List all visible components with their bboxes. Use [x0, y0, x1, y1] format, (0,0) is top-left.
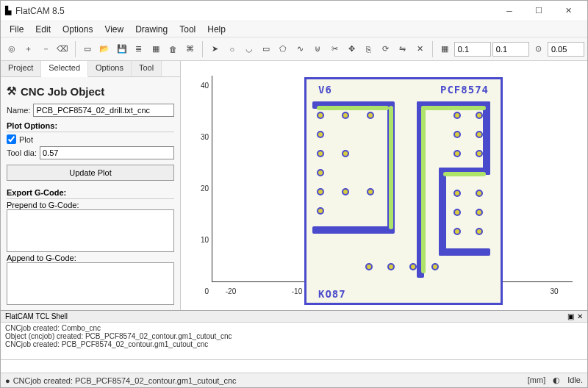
rect-icon[interactable]: ▭: [259, 40, 274, 58]
polygon-icon[interactable]: ⬠: [276, 40, 291, 58]
clear-icon[interactable]: ⌫: [55, 40, 71, 58]
cnc-icon: ⚒: [7, 85, 16, 98]
shell-title: FlatCAM TCL Shell: [5, 312, 68, 320]
minimize-button[interactable]: ─: [495, 2, 524, 20]
y-axis: [212, 76, 212, 282]
xtick: -20: [226, 287, 236, 295]
status-unit: [mm]: [528, 376, 545, 385]
menu-help[interactable]: Help: [201, 24, 232, 35]
ytick: 10: [190, 236, 209, 244]
cut-icon[interactable]: ✂: [326, 40, 342, 58]
plot-icon[interactable]: ▦: [148, 40, 164, 58]
status-state: Idle.: [567, 376, 583, 385]
toolbar: ◎ ＋ － ⌫ ▭ 📂 💾 ≣ ▦ 🗑 ⌘ ➤ ○ ◡ ▭ ⬠ ∿ ⊎ ✂ ✥ …: [1, 37, 587, 61]
prepend-label: Prepend to G-Code:: [7, 201, 79, 209]
silk-text: PCF8574: [440, 84, 489, 96]
save-icon[interactable]: 💾: [114, 40, 129, 58]
shell-undock-icon[interactable]: ▣: [567, 312, 574, 320]
copy-icon[interactable]: ⎘: [361, 40, 376, 58]
tab-project[interactable]: Project: [1, 61, 41, 76]
ytick: 0: [190, 287, 209, 295]
rotate-icon[interactable]: ⟳: [378, 40, 393, 58]
ytick: 30: [190, 133, 209, 141]
pcb-board: V6 PCF8574 KO87: [304, 77, 503, 305]
snap-input[interactable]: [548, 42, 584, 57]
name-label: Name:: [7, 106, 30, 115]
tooldia-label: Tool dia:: [7, 148, 37, 157]
grid-x-input[interactable]: [454, 42, 491, 57]
plot-options-section: Plot Options:: [7, 121, 174, 132]
shell-output: CNCjob created: Combo_cnc Object (cncjob…: [1, 323, 587, 359]
menu-drawing[interactable]: Drawing: [129, 24, 173, 35]
union-icon[interactable]: ⊎: [309, 40, 325, 58]
tooldia-input[interactable]: [40, 146, 174, 159]
arc-icon[interactable]: ◡: [241, 40, 257, 58]
export-g-section: Export G-Code:: [7, 188, 174, 199]
window-title: FlatCAM 8.5: [15, 6, 495, 16]
status-bullet-icon: ●: [5, 376, 10, 385]
menu-view[interactable]: View: [98, 24, 129, 35]
plot-checkbox[interactable]: [7, 134, 16, 144]
shell-close-icon[interactable]: ✕: [577, 312, 583, 320]
maximize-button[interactable]: ☐: [524, 2, 553, 20]
prepend-textarea[interactable]: [7, 209, 174, 252]
plot-label: Plot: [19, 135, 33, 144]
tab-selected[interactable]: Selected: [41, 61, 88, 77]
silk-text: KO87: [318, 288, 346, 300]
status-idle-icon: ◐: [553, 376, 560, 385]
snap-icon[interactable]: ⊙: [531, 40, 546, 58]
xtick: 30: [550, 287, 558, 295]
layers-icon[interactable]: ≣: [131, 40, 146, 58]
grid-icon[interactable]: ▦: [437, 40, 453, 58]
grid-y-input[interactable]: [492, 42, 529, 57]
zoom-in-icon[interactable]: ＋: [21, 40, 36, 58]
append-textarea[interactable]: [7, 262, 174, 305]
plot-canvas[interactable]: 40 30 20 10 0 -20 -10 0 10 20 30 V6 PCF8…: [181, 61, 587, 310]
pointer-icon[interactable]: ➤: [207, 40, 223, 58]
mirror-icon[interactable]: ⇋: [395, 40, 410, 58]
append-label: Append to G-Code:: [7, 254, 76, 262]
menu-tool[interactable]: Tool: [173, 24, 201, 35]
panel-heading: ⚒CNC Job Object: [7, 85, 174, 98]
menu-options[interactable]: Options: [57, 24, 98, 35]
zoom-out-icon[interactable]: －: [37, 40, 53, 58]
move-icon[interactable]: ✥: [344, 40, 359, 58]
app-icon: ▙: [5, 6, 11, 15]
new-icon[interactable]: ▭: [80, 40, 96, 58]
delete2-icon[interactable]: ✕: [412, 40, 427, 58]
circle-icon[interactable]: ○: [224, 40, 240, 58]
path-icon[interactable]: ∿: [293, 40, 308, 58]
tab-options[interactable]: Options: [88, 61, 132, 76]
name-input[interactable]: [33, 104, 174, 117]
xtick: -10: [292, 287, 302, 295]
update-plot-button[interactable]: Update Plot: [7, 165, 174, 181]
ytick: 40: [190, 82, 209, 90]
shell-icon[interactable]: ⌘: [182, 40, 198, 58]
silk-text: V6: [318, 84, 332, 96]
menu-file[interactable]: File: [4, 24, 29, 35]
close-button[interactable]: ✕: [553, 2, 583, 20]
menubar: File Edit Options View Drawing Tool Help: [1, 21, 587, 37]
zoom-fit-icon[interactable]: ◎: [4, 40, 19, 58]
delete-icon[interactable]: 🗑: [165, 40, 181, 58]
shell-input[interactable]: [1, 359, 587, 373]
menu-edit[interactable]: Edit: [29, 24, 57, 35]
status-message: CNCjob created: PCB_PCF8574_02_contour.g…: [13, 376, 237, 385]
ytick: 20: [190, 184, 209, 193]
tab-tool[interactable]: Tool: [132, 61, 162, 76]
open-icon[interactable]: 📂: [97, 40, 112, 58]
